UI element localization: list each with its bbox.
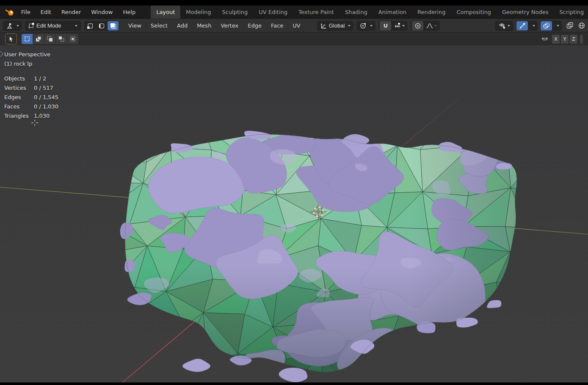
menu-file[interactable]: File bbox=[16, 6, 36, 19]
mirror-icon bbox=[541, 36, 549, 42]
overlays-dropdown[interactable] bbox=[553, 21, 561, 30]
gizmo-dropdown[interactable] bbox=[529, 21, 537, 30]
menu-vertex[interactable]: Vertex bbox=[216, 19, 243, 33]
orientation-axes-icon bbox=[320, 22, 327, 29]
viewport-header: Edit Mode View Select Add Mesh Vert bbox=[0, 19, 588, 32]
proportional-circle-icon bbox=[414, 22, 421, 29]
menu-view[interactable]: View bbox=[124, 19, 146, 33]
mirror-z-button[interactable]: Z bbox=[570, 35, 577, 44]
face-select-mode-button[interactable] bbox=[108, 21, 119, 30]
pivot-point-dropdown[interactable] bbox=[356, 21, 375, 31]
select-mode-subtract-button[interactable] bbox=[44, 34, 55, 44]
xray-icon bbox=[566, 22, 574, 29]
tab-modeling[interactable]: Modeling bbox=[180, 6, 216, 19]
proportional-editing-toggle[interactable] bbox=[412, 21, 423, 30]
chevron-down-icon bbox=[370, 25, 373, 27]
select-intersect-icon bbox=[70, 36, 76, 42]
chevron-down-icon bbox=[508, 25, 510, 27]
tab-rendering[interactable]: Rendering bbox=[412, 6, 451, 19]
eye-cursor-icon bbox=[499, 22, 506, 29]
blender-logo-icon[interactable] bbox=[3, 6, 16, 19]
proportional-edit-group bbox=[411, 21, 440, 31]
stat-objects: Objects 1 / 2 bbox=[4, 74, 58, 83]
viewport-scene bbox=[0, 45, 588, 385]
edge-select-mode-button[interactable] bbox=[96, 21, 107, 30]
menu-help[interactable]: Help bbox=[118, 6, 141, 19]
menu-select[interactable]: Select bbox=[146, 19, 172, 33]
edit-mode-icon bbox=[28, 22, 34, 29]
menu-uv[interactable]: UV bbox=[288, 19, 305, 33]
editor-type-icon bbox=[6, 22, 13, 29]
snapping-group bbox=[378, 21, 408, 31]
viewport-overlay-stats: User Perspective (1) rock lp Objects 1 /… bbox=[4, 50, 58, 121]
menu-add[interactable]: Add bbox=[172, 19, 192, 33]
snap-increment-icon bbox=[394, 22, 401, 29]
mode-label: Edit Mode bbox=[36, 22, 72, 29]
face-select-icon bbox=[110, 22, 116, 29]
view-label: User Perspective bbox=[4, 50, 58, 59]
tab-shading[interactable]: Shading bbox=[340, 6, 373, 19]
tab-uv-editing[interactable]: UV Editing bbox=[253, 6, 293, 19]
menu-face[interactable]: Face bbox=[266, 19, 288, 33]
chevron-down-icon bbox=[402, 25, 405, 27]
tool-settings-right: X Y Z bbox=[541, 35, 583, 44]
visibility-group bbox=[495, 21, 513, 31]
select-mode-extend-button[interactable] bbox=[33, 34, 44, 44]
object-visibility-dropdown[interactable] bbox=[497, 21, 512, 30]
select-subtract-icon bbox=[47, 36, 53, 42]
editor-type-button[interactable] bbox=[3, 21, 22, 31]
mirror-x-button[interactable]: X bbox=[552, 35, 560, 44]
menu-window[interactable]: Window bbox=[86, 6, 118, 19]
letterbox-bottom bbox=[0, 382, 588, 385]
chevron-down-icon bbox=[434, 25, 437, 27]
stat-vertices: Vertices 0 / 517 bbox=[4, 83, 58, 93]
tab-scripting[interactable]: Scripting bbox=[554, 6, 588, 19]
chevron-down-icon bbox=[75, 25, 77, 27]
orientation-label: Global bbox=[329, 22, 345, 29]
chevron-down-icon bbox=[348, 25, 351, 27]
viewport-3d[interactable]: User Perspective (1) rock lp Objects 1 /… bbox=[0, 45, 588, 385]
select-extend-icon bbox=[36, 36, 41, 42]
vertex-select-icon bbox=[87, 22, 94, 29]
falloff-curve-icon bbox=[426, 22, 433, 29]
clipped-button bbox=[580, 35, 583, 44]
mirror-y-button[interactable]: Y bbox=[561, 35, 569, 44]
workspace-tabs: Layout Modeling Sculpting UV Editing Tex… bbox=[151, 6, 588, 19]
chevron-down-icon bbox=[533, 25, 535, 27]
menu-edit[interactable]: Edit bbox=[36, 6, 56, 19]
tab-layout[interactable]: Layout bbox=[151, 6, 180, 19]
select-new-icon bbox=[24, 36, 30, 42]
tab-sculpting[interactable]: Sculpting bbox=[216, 6, 253, 19]
menu-edge[interactable]: Edge bbox=[243, 19, 266, 33]
overlays-icon bbox=[543, 22, 550, 29]
object-label: (1) rock lp bbox=[4, 59, 58, 69]
menu-mesh[interactable]: Mesh bbox=[192, 19, 216, 33]
select-mode-new-button[interactable] bbox=[22, 34, 33, 44]
snap-toggle[interactable] bbox=[380, 21, 391, 30]
viewport-header-right bbox=[495, 21, 585, 31]
tab-texture-paint[interactable]: Texture Paint bbox=[293, 6, 340, 19]
menu-render[interactable]: Render bbox=[56, 6, 86, 19]
show-gizmo-toggle[interactable] bbox=[516, 21, 528, 30]
tool-settings-bar: X Y Z bbox=[0, 32, 588, 45]
stat-triangles: Triangles 1,030 bbox=[4, 111, 58, 121]
mode-selector-dropdown[interactable]: Edit Mode bbox=[25, 21, 81, 31]
select-option-group bbox=[22, 34, 78, 44]
xray-toggle[interactable] bbox=[564, 21, 576, 30]
gizmo-arrow-icon bbox=[519, 22, 526, 29]
tab-animation[interactable]: Animation bbox=[373, 6, 412, 19]
select-mode-invert-button[interactable] bbox=[56, 34, 67, 44]
active-tool-tweak-button[interactable] bbox=[5, 33, 17, 44]
proportional-falloff-dropdown[interactable] bbox=[424, 21, 439, 30]
vertex-select-mode-button[interactable] bbox=[85, 21, 96, 30]
shading-wireframe-button[interactable] bbox=[578, 22, 585, 29]
tab-compositing[interactable]: Compositing bbox=[451, 6, 497, 19]
stat-faces: Faces 0 / 1,030 bbox=[4, 102, 58, 111]
snap-target-dropdown[interactable] bbox=[392, 21, 406, 30]
tab-geometry-nodes[interactable]: Geometry Nodes bbox=[497, 6, 554, 19]
transform-orientation-dropdown[interactable]: Global bbox=[317, 21, 354, 31]
stat-edges: Edges 0 / 1,545 bbox=[4, 93, 58, 102]
show-overlays-toggle[interactable] bbox=[541, 21, 552, 30]
edge-select-icon bbox=[98, 22, 105, 29]
select-mode-intersect-button[interactable] bbox=[67, 34, 78, 44]
